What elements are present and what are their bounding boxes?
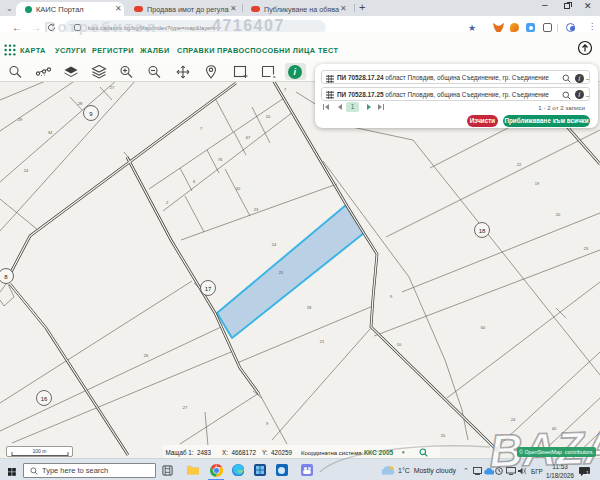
svg-text:67: 67 <box>246 135 251 140</box>
svg-text:24: 24 <box>272 242 277 247</box>
svg-text:18: 18 <box>307 305 312 310</box>
svg-text:10: 10 <box>266 114 271 119</box>
svg-text:27: 27 <box>183 405 188 410</box>
svg-text:28: 28 <box>78 101 83 106</box>
svg-text:27: 27 <box>110 85 115 90</box>
svg-text:19: 19 <box>535 181 540 186</box>
svg-text:20: 20 <box>236 186 241 191</box>
svg-text:18: 18 <box>479 228 486 234</box>
svg-text:60: 60 <box>481 325 486 330</box>
svg-text:23: 23 <box>254 207 259 212</box>
svg-text:24: 24 <box>24 168 29 173</box>
svg-text:10: 10 <box>397 342 402 347</box>
svg-text:17: 17 <box>205 286 212 292</box>
svg-text:76: 76 <box>218 157 223 162</box>
svg-text:29: 29 <box>18 117 23 122</box>
svg-text:22: 22 <box>517 162 522 167</box>
svg-text:34: 34 <box>48 130 53 135</box>
svg-text:21: 21 <box>320 339 325 344</box>
svg-text:25: 25 <box>279 270 284 275</box>
svg-text:20: 20 <box>556 212 561 217</box>
svg-text:16: 16 <box>41 396 48 402</box>
svg-text:26: 26 <box>144 353 149 358</box>
svg-text:23: 23 <box>584 246 589 251</box>
